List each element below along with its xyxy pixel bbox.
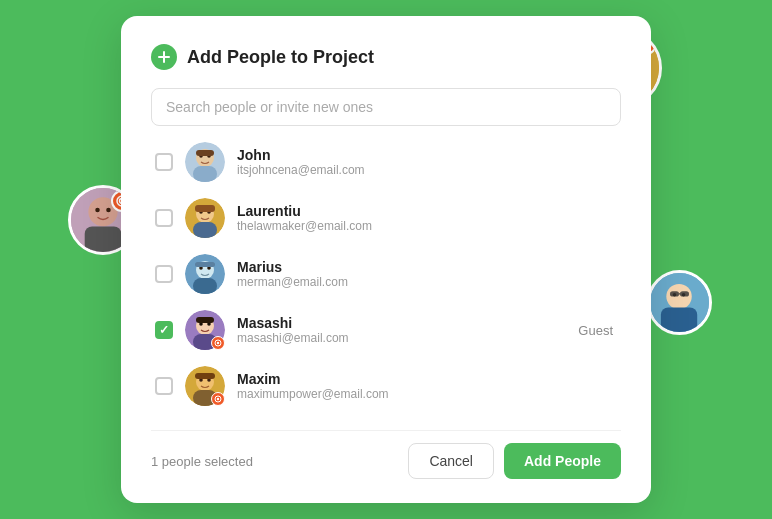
svg-rect-56 bbox=[195, 373, 215, 379]
svg-rect-27 bbox=[193, 166, 217, 182]
list-item[interactable]: Maximmaximumpower@email.com bbox=[151, 358, 621, 414]
list-item[interactable]: Laurentiuthelawmaker@email.com bbox=[151, 190, 621, 246]
checkbox-masashi[interactable] bbox=[155, 321, 173, 339]
add-people-button[interactable]: Add People bbox=[504, 443, 621, 479]
svg-point-50 bbox=[217, 342, 219, 344]
svg-rect-42 bbox=[195, 262, 215, 267]
svg-rect-23 bbox=[680, 291, 689, 296]
person-name-john: John bbox=[237, 147, 617, 163]
footer-buttons: Cancel Add People bbox=[408, 443, 621, 479]
svg-rect-11 bbox=[85, 226, 122, 252]
person-name-marius: Marius bbox=[237, 259, 617, 275]
notification-badge-maxim bbox=[211, 392, 225, 406]
person-email-masashi: masashi@email.com bbox=[237, 331, 566, 345]
person-name-maxim: Maxim bbox=[237, 371, 617, 387]
avatar-laurentiu bbox=[185, 198, 225, 238]
person-info-maxim: Maximmaximumpower@email.com bbox=[237, 371, 617, 401]
modal-title: Add People to Project bbox=[187, 47, 374, 68]
person-email-marius: merman@email.com bbox=[237, 275, 617, 289]
avatar-marius bbox=[185, 254, 225, 294]
svg-rect-36 bbox=[195, 205, 215, 212]
bg-avatar-face-right bbox=[650, 273, 709, 332]
svg-rect-33 bbox=[193, 222, 217, 238]
person-info-laurentiu: Laurentiuthelawmaker@email.com bbox=[237, 203, 617, 233]
checkbox-john[interactable] bbox=[155, 153, 173, 171]
person-info-masashi: Masashimasashi@email.com bbox=[237, 315, 566, 345]
svg-rect-30 bbox=[196, 150, 214, 156]
svg-rect-19 bbox=[661, 307, 697, 332]
svg-rect-48 bbox=[196, 317, 214, 323]
person-email-maxim: maximumpower@email.com bbox=[237, 387, 617, 401]
selected-count: 1 people selected bbox=[151, 454, 253, 469]
svg-point-13 bbox=[106, 208, 111, 213]
avatar-masashi bbox=[185, 310, 225, 350]
add-people-icon bbox=[151, 44, 177, 70]
person-name-masashi: Masashi bbox=[237, 315, 566, 331]
cancel-button[interactable]: Cancel bbox=[408, 443, 494, 479]
avatar-john bbox=[185, 142, 225, 182]
person-email-laurentiu: thelawmaker@email.com bbox=[237, 219, 617, 233]
bg-avatar-right bbox=[647, 270, 712, 335]
person-name-laurentiu: Laurentiu bbox=[237, 203, 617, 219]
svg-point-58 bbox=[217, 398, 219, 400]
person-info-marius: Mariusmerman@email.com bbox=[237, 259, 617, 289]
list-item[interactable]: Masashimasashi@email.comGuest bbox=[151, 302, 621, 358]
svg-point-12 bbox=[95, 208, 100, 213]
notification-badge-masashi bbox=[211, 336, 225, 350]
checkbox-marius[interactable] bbox=[155, 265, 173, 283]
search-input[interactable] bbox=[151, 88, 621, 126]
modal-header: Add People to Project bbox=[151, 44, 621, 70]
person-info-john: Johnitsjohncena@email.com bbox=[237, 147, 617, 177]
person-list: Johnitsjohncena@email.comLaurentiuthelaw… bbox=[151, 134, 621, 414]
list-item[interactable]: Johnitsjohncena@email.com bbox=[151, 134, 621, 190]
avatar-maxim bbox=[185, 366, 225, 406]
list-item[interactable]: Mariusmerman@email.com bbox=[151, 246, 621, 302]
checkbox-laurentiu[interactable] bbox=[155, 209, 173, 227]
svg-rect-22 bbox=[670, 291, 679, 296]
svg-rect-39 bbox=[193, 278, 217, 294]
checkbox-maxim[interactable] bbox=[155, 377, 173, 395]
person-email-john: itsjohncena@email.com bbox=[237, 163, 617, 177]
modal-footer: 1 people selected Cancel Add People bbox=[151, 430, 621, 479]
person-role-masashi: Guest bbox=[578, 323, 617, 338]
modal: Add People to Project Johnitsjohncena@em… bbox=[121, 16, 651, 503]
svg-point-18 bbox=[666, 284, 691, 309]
